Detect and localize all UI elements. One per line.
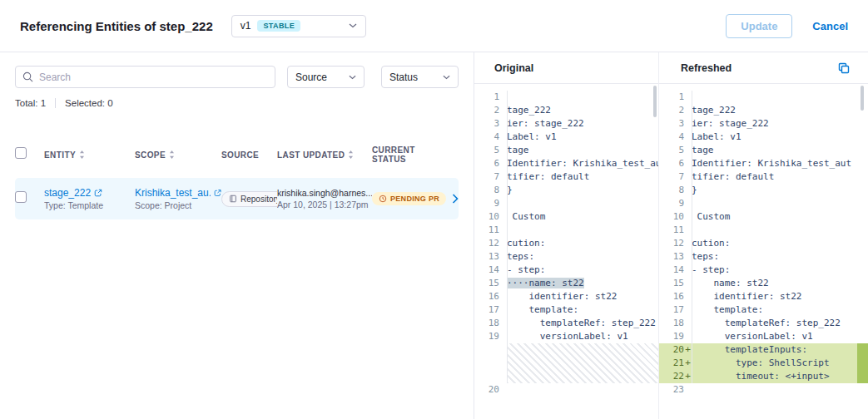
updated-at: Apr 10, 2025 | 13:27pm: [277, 200, 372, 210]
column-header-last-updated[interactable]: LAST UPDATED: [277, 150, 372, 160]
source-filter-dropdown[interactable]: Source: [287, 66, 365, 88]
code-line: 1: [659, 91, 868, 104]
code-line: 10 Custom: [659, 210, 868, 224]
code-line: 14- step:: [474, 264, 658, 277]
code-line: 5tage: [474, 144, 658, 157]
code-line: 5tage: [659, 144, 868, 157]
refreshed-code-editor[interactable]: 12tage_2223ier: stage_2224Label: v15tage…: [659, 84, 868, 419]
code-line: 9: [474, 197, 658, 210]
code-line: 2tage_222: [659, 104, 868, 117]
code-line: 14- step:: [659, 264, 868, 277]
code-line: 18 templateRef: step_222: [474, 317, 658, 330]
code-line: 6Identifier: Krishika_test_aut: [474, 157, 658, 170]
version-select[interactable]: v1 STABLE: [231, 15, 366, 37]
table-row[interactable]: stage_222 Type: Template Krishika_test_a…: [15, 178, 459, 219]
column-header-scope[interactable]: SCOPE: [135, 150, 221, 160]
yaml-diff-viewer: Original 12tage_2223ier: stage_2224Label…: [474, 52, 868, 419]
row-expand-chevron[interactable]: [446, 194, 459, 204]
last-updated-cell: krishika.singh@harnes... Apr 10, 2025 | …: [277, 188, 372, 210]
code-line: 10 Custom: [474, 210, 658, 224]
entity-type: Type: Template: [44, 200, 135, 210]
code-line: 12cution:: [474, 237, 658, 250]
code-line: 19 versionLabel: v1: [474, 330, 658, 343]
refreshed-scrollbar[interactable]: [861, 86, 864, 111]
search-input[interactable]: [15, 66, 275, 88]
code-line: 11: [659, 224, 868, 237]
original-code-editor[interactable]: 12tage_2223ier: stage_2224Label: v15tage…: [474, 84, 658, 419]
code-line: 4Label: v1: [659, 131, 868, 144]
code-line: 23: [659, 383, 868, 397]
external-link-icon[interactable]: [94, 189, 102, 197]
version-label: v1: [241, 20, 251, 32]
selected-count: Selected: 0: [65, 98, 113, 108]
external-link-icon[interactable]: [214, 189, 221, 197]
refreshed-pane: Refreshed 12tage_2223ier: stage_2224Labe…: [659, 52, 868, 419]
page-title: Referencing Entities of step_222: [20, 19, 213, 33]
code-line: 20: [474, 383, 658, 397]
status-filter-label: Status: [389, 71, 418, 83]
refreshed-pane-title: Refreshed: [681, 62, 732, 74]
status-filter-dropdown[interactable]: Status: [381, 66, 459, 88]
code-line: 22+ timeout: <+input>: [659, 370, 868, 383]
code-line: 18 templateRef: step_222: [659, 317, 868, 330]
chevron-down-icon: [443, 75, 450, 80]
select-all-checkbox[interactable]: [15, 147, 27, 159]
entities-table: ENTITY SCOPE SOURCE LAST UPDATED: [0, 145, 474, 219]
copy-icon: [838, 62, 850, 74]
source-chip: Repository: [221, 191, 277, 207]
code-line: 7tifier: default: [659, 170, 868, 184]
code-line: 20+ templateInputs:: [659, 343, 868, 357]
scope-cell: Krishika_test_au... Scope: Project: [135, 187, 221, 210]
code-line: 9: [659, 197, 868, 210]
entity-link[interactable]: stage_222: [44, 187, 91, 199]
search-icon: [22, 71, 33, 82]
sort-icon: [79, 150, 85, 159]
header-actions: Update Cancel: [726, 14, 848, 38]
code-line: 7tifier: default: [474, 170, 658, 184]
code-line: 15 name: st22: [659, 277, 868, 290]
status-cell: PENDING PR: [372, 192, 446, 205]
code-line: 17 template:: [659, 303, 868, 317]
search-box: [15, 66, 275, 88]
sort-icon: [348, 150, 354, 159]
indent-guide: [507, 91, 508, 383]
code-line: 21+ type: ShellScript: [659, 357, 868, 370]
referencing-entities-page: Referencing Entities of step_222 v1 STAB…: [0, 0, 868, 419]
code-line: 8}: [659, 184, 868, 197]
results-summary: Total: 1 Selected: 0: [0, 98, 474, 108]
filters-bar: Source Status: [0, 66, 474, 88]
code-line: 13teps:: [659, 250, 868, 264]
code-line: 13teps:: [474, 250, 658, 264]
column-header-source: SOURCE: [221, 150, 277, 160]
entity-cell: stage_222 Type: Template: [44, 187, 135, 210]
copy-button[interactable]: [836, 61, 851, 76]
code-line: 19 versionLabel: v1: [659, 330, 868, 343]
clock-icon: [379, 195, 387, 203]
code-line: 8}: [474, 184, 658, 197]
column-header-entity[interactable]: ENTITY: [44, 150, 135, 160]
stable-badge: STABLE: [257, 20, 300, 32]
code-line: 6Identifier: Krishika_test_aut: [659, 157, 868, 170]
original-scrollbar[interactable]: [653, 86, 657, 117]
table-header-row: ENTITY SCOPE SOURCE LAST UPDATED: [15, 145, 459, 164]
source-cell: Repository: [221, 191, 277, 207]
scope-link[interactable]: Krishika_test_au...: [135, 187, 211, 199]
update-button[interactable]: Update: [726, 14, 792, 38]
status-badge: PENDING PR: [372, 192, 446, 205]
indent-guide: [692, 91, 692, 383]
repository-icon: [229, 195, 237, 203]
code-line: 16 identifier: st22: [659, 290, 868, 303]
refreshed-code-lines: 12tage_2223ier: stage_2224Label: v15tage…: [659, 91, 868, 397]
row-checkbox[interactable]: [15, 191, 27, 203]
code-line: 3ier: stage_222: [474, 117, 658, 131]
code-line: 15····name: st22: [474, 277, 658, 290]
added-lines-overview-marker: [857, 343, 868, 383]
page-header: Referencing Entities of step_222 v1 STAB…: [0, 0, 868, 52]
entities-panel: Source Status Total: 1 Selected: 0 ENTIT…: [0, 52, 474, 419]
cancel-button[interactable]: Cancel: [812, 20, 848, 32]
scope-detail: Scope: Project: [135, 200, 221, 210]
original-code-lines: 12tage_2223ier: stage_2224Label: v15tage…: [474, 91, 658, 397]
code-line: 16 identifier: st22: [474, 290, 658, 303]
chevron-down-icon: [349, 75, 356, 80]
code-line: 1: [474, 91, 658, 104]
